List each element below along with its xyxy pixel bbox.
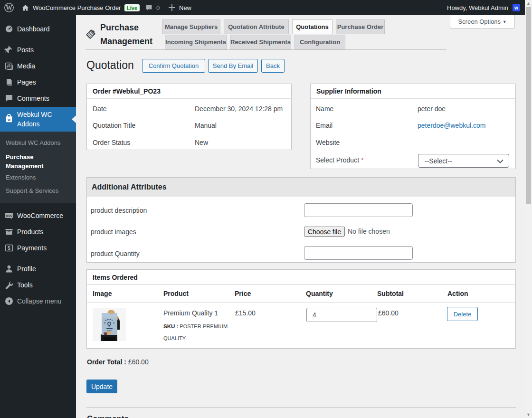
- svg-text:WOO: WOO: [6, 214, 13, 217]
- svg-text:W: W: [6, 4, 12, 11]
- svg-text:w: w: [514, 5, 518, 10]
- svg-text:w: w: [7, 117, 11, 122]
- svg-text:$: $: [8, 245, 10, 251]
